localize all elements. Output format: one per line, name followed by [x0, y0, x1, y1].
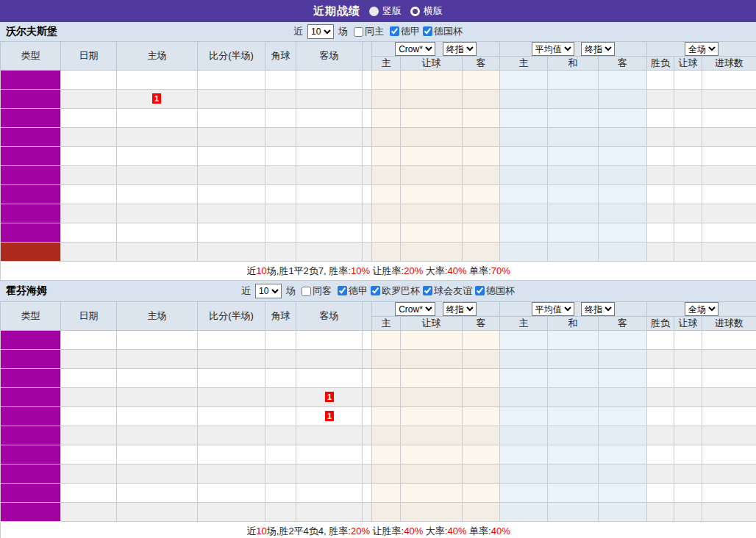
match-row: 1 [1, 90, 756, 109]
same-venue-checkbox[interactable]: 同主 [351, 25, 384, 38]
result-goals-cell [702, 166, 756, 185]
result-wdl-cell [647, 445, 674, 465]
avg-draw-cell [548, 223, 599, 243]
games-count-select[interactable]: 10 [307, 24, 334, 39]
league-checkbox-input[interactable] [423, 26, 432, 36]
league-checkbox-input[interactable] [390, 26, 399, 36]
corner-cell [265, 350, 296, 369]
same-venue-input[interactable] [302, 287, 311, 296]
spacer-cell [363, 465, 372, 484]
result-goals-cell [702, 71, 756, 90]
result-handicap-cell [674, 147, 702, 166]
games-count-select[interactable]: 10 [255, 284, 282, 298]
avg-draw-cell [548, 503, 599, 522]
result-handicap-cell [674, 369, 702, 388]
league-checkbox-input[interactable] [475, 286, 485, 295]
col-odds-away: 客 [463, 317, 500, 331]
match-row: 1 [1, 407, 756, 426]
avg-home-cell [500, 243, 548, 262]
away-team-cell [296, 166, 363, 185]
avg-draw-cell [548, 128, 599, 147]
avg-away-cell [599, 166, 647, 185]
avg-home-cell [500, 223, 548, 243]
league-checkbox[interactable]: 球会友谊 [420, 284, 472, 298]
summary-segment: 10% [351, 265, 370, 276]
result-goals-cell [702, 147, 756, 166]
odds-away-cell [463, 223, 500, 243]
avg-draw-cell [548, 426, 599, 445]
odds-stage-select[interactable]: 终指 [443, 42, 477, 56]
handicap-cell [401, 128, 463, 147]
scope-select[interactable]: 全场 [685, 42, 718, 56]
match-rows: 1 [1, 71, 756, 262]
avg-source-select[interactable]: 平均值 [532, 42, 574, 56]
league-checkbox-input[interactable] [423, 286, 432, 295]
league-checkbox[interactable]: 德甲 [335, 284, 368, 298]
home-team-cell [117, 445, 198, 465]
col-avg-draw: 和 [548, 317, 599, 331]
handicap-cell [401, 426, 463, 445]
match-row [1, 331, 756, 350]
topbar: 近期战绩 竖版 横版 [0, 0, 756, 22]
home-team-cell [117, 503, 198, 522]
same-venue-input[interactable] [354, 27, 363, 37]
layout-radio-horizontal[interactable]: 横版 [410, 4, 443, 18]
layout-radio-vertical[interactable]: 竖版 [369, 4, 402, 18]
score-cell [198, 166, 265, 185]
result-handicap-cell [674, 90, 702, 109]
match-type-cell [1, 484, 61, 503]
league-checkbox[interactable]: 德国杯 [420, 25, 463, 38]
score-cell [198, 185, 265, 204]
home-team-cell [117, 109, 198, 128]
avg-dropdowns-cell: 平均值 终指 [500, 302, 647, 317]
summary-segment: 40% [404, 526, 423, 537]
league-checkbox[interactable]: 德国杯 [472, 284, 515, 298]
avg-stage-select[interactable]: 终指 [581, 302, 615, 316]
summary-segment: 40% [491, 526, 510, 537]
odds-home-cell [372, 484, 401, 503]
away-team-cell [296, 90, 363, 109]
odds-source-select[interactable]: Crow* [395, 302, 435, 316]
odds-away-cell [463, 465, 500, 484]
odds-away-cell [463, 407, 500, 426]
score-cell [198, 331, 265, 350]
result-wdl-cell [647, 128, 674, 147]
away-team-cell [296, 147, 363, 166]
avg-draw-cell [548, 147, 599, 166]
odds-home-cell [372, 350, 401, 369]
corner-cell [265, 223, 296, 243]
date-cell [61, 147, 117, 166]
score-cell [198, 90, 265, 109]
table-header: 类型 日期 主场 比分(半场) 角球 客场 Crow* 终指 平均值 终指 [1, 42, 756, 71]
odds-stage-select[interactable]: 终指 [443, 302, 477, 316]
col-odds-handicap: 让球 [401, 57, 463, 71]
spacer-cell [363, 223, 372, 243]
odds-home-cell [372, 90, 401, 109]
spacer-cell [363, 109, 372, 128]
league-checkbox[interactable]: 欧罗巴杯 [368, 284, 420, 298]
avg-draw-cell [548, 369, 599, 388]
result-handicap-cell [674, 484, 702, 503]
avg-dropdowns-cell: 平均值 终指 [500, 42, 647, 57]
avg-home-cell [500, 484, 548, 503]
scope-select[interactable]: 全场 [685, 302, 718, 316]
result-wdl-cell [647, 369, 674, 388]
avg-stage-select[interactable]: 终指 [581, 42, 615, 56]
match-type-cell [1, 128, 61, 147]
avg-away-cell [599, 407, 647, 426]
red-card-badge: 1 [325, 392, 334, 402]
home-team-cell [117, 484, 198, 503]
home-team-cell [117, 465, 198, 484]
score-cell [198, 71, 265, 90]
league-checkbox-input[interactable] [338, 286, 347, 295]
odds-away-cell [463, 243, 500, 262]
league-checkbox[interactable]: 德甲 [387, 25, 420, 38]
score-cell [198, 465, 265, 484]
avg-source-select[interactable]: 平均值 [532, 302, 574, 316]
home-team-cell [117, 426, 198, 445]
league-checkbox-input[interactable] [371, 286, 380, 295]
odds-source-select[interactable]: Crow* [395, 42, 435, 56]
away-team-cell [296, 128, 363, 147]
result-goals-cell [702, 331, 756, 350]
same-venue-checkbox[interactable]: 同客 [299, 284, 332, 298]
